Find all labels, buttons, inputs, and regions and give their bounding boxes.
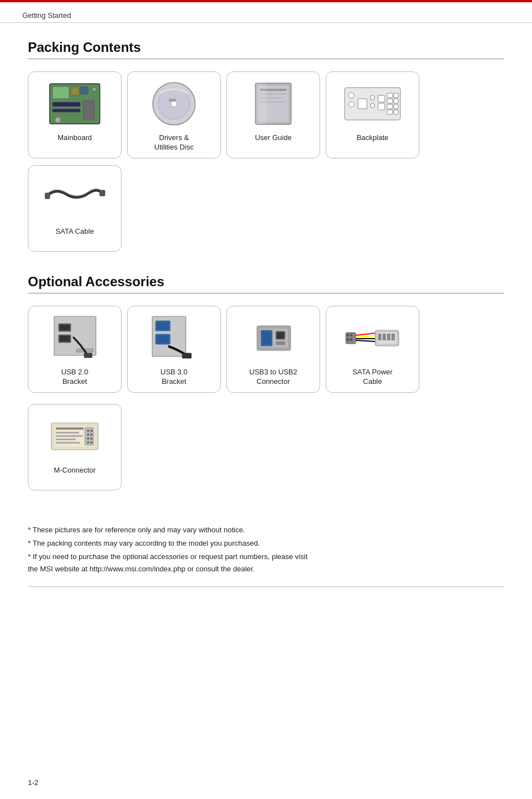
optional-title: Optional Accessories bbox=[28, 274, 504, 290]
page-number: 1-2 bbox=[28, 778, 38, 787]
svg-rect-27 bbox=[378, 95, 385, 102]
svg-point-12 bbox=[172, 102, 176, 106]
svg-point-84 bbox=[87, 434, 89, 436]
notes-area: * These pictures are for reference only … bbox=[28, 524, 504, 575]
usb30-label: USB 3.0Bracket bbox=[161, 368, 187, 387]
svg-rect-30 bbox=[387, 99, 393, 103]
svg-rect-6 bbox=[83, 100, 94, 120]
svg-point-87 bbox=[90, 437, 93, 440]
item-user-guide: User Guide bbox=[226, 71, 320, 158]
svg-rect-73 bbox=[391, 334, 395, 340]
note-1: * These pictures are for reference only … bbox=[28, 524, 504, 536]
backplate-image bbox=[342, 79, 403, 129]
mconnector-image bbox=[44, 411, 105, 461]
optional-section: Optional Accessories bbox=[28, 274, 504, 490]
usb20-image bbox=[44, 313, 105, 363]
svg-point-25 bbox=[370, 95, 375, 100]
svg-rect-43 bbox=[60, 336, 70, 341]
footer-divider bbox=[28, 586, 504, 587]
usb3usb2-image bbox=[243, 313, 304, 363]
optional-divider bbox=[28, 293, 504, 293]
svg-rect-80 bbox=[56, 442, 80, 444]
svg-rect-4 bbox=[52, 102, 80, 107]
svg-point-88 bbox=[87, 441, 89, 444]
satacable-label: SATA Cable bbox=[56, 227, 94, 237]
svg-line-64 bbox=[356, 333, 375, 335]
top-bar bbox=[0, 0, 532, 2]
svg-point-82 bbox=[87, 430, 89, 432]
svg-line-67 bbox=[356, 340, 375, 341]
userguide-label: User Guide bbox=[255, 133, 292, 143]
svg-rect-38 bbox=[100, 190, 105, 196]
svg-rect-29 bbox=[387, 93, 393, 98]
svg-text:MSI: MSI bbox=[169, 98, 176, 102]
packing-divider bbox=[28, 59, 504, 59]
svg-rect-61 bbox=[350, 334, 352, 336]
packing-section: Packing Contents bbox=[28, 40, 504, 252]
satapower-label: SATA PowerCable bbox=[352, 368, 393, 387]
item-mainboard: Mainboard bbox=[28, 71, 122, 158]
svg-rect-50 bbox=[157, 335, 169, 343]
disc-label: Drivers &Utilities Disc bbox=[154, 133, 194, 152]
svg-rect-72 bbox=[387, 334, 390, 340]
mainboard-label: Mainboard bbox=[57, 133, 91, 143]
svg-rect-33 bbox=[394, 93, 398, 98]
note-2: * The packing contents may vary accordin… bbox=[28, 537, 504, 550]
satapower-image bbox=[342, 313, 403, 363]
svg-rect-2 bbox=[70, 86, 79, 95]
svg-rect-5 bbox=[52, 109, 80, 112]
packing-items-grid: Mainboard MSI bbox=[28, 71, 504, 252]
note-3: * If you need to purchase the optional a… bbox=[28, 551, 504, 575]
mconnector-label: M-Connector bbox=[54, 466, 95, 475]
svg-rect-32 bbox=[387, 110, 393, 114]
backplate-label: Backplate bbox=[356, 133, 388, 143]
content-area: Packing Contents bbox=[0, 23, 532, 601]
svg-point-86 bbox=[87, 437, 89, 440]
svg-rect-55 bbox=[262, 331, 271, 345]
svg-point-89 bbox=[90, 441, 93, 444]
svg-rect-3 bbox=[80, 86, 88, 94]
svg-rect-34 bbox=[394, 99, 398, 103]
usb20-label: USB 2.0Bracket bbox=[61, 368, 88, 387]
item-usb20-bracket: USB 2.0Bracket bbox=[28, 306, 122, 393]
svg-rect-31 bbox=[387, 104, 393, 109]
userguide-image bbox=[243, 79, 304, 129]
svg-point-26 bbox=[370, 103, 375, 108]
svg-point-83 bbox=[90, 430, 93, 432]
svg-rect-70 bbox=[378, 334, 381, 340]
svg-rect-62 bbox=[347, 338, 349, 341]
svg-point-23 bbox=[349, 102, 354, 107]
svg-rect-57 bbox=[277, 333, 284, 338]
svg-rect-78 bbox=[56, 435, 83, 437]
svg-rect-45 bbox=[84, 353, 92, 358]
svg-rect-79 bbox=[56, 439, 76, 440]
svg-point-7 bbox=[55, 117, 61, 123]
svg-rect-48 bbox=[157, 322, 169, 330]
item-backplate: Backplate bbox=[326, 71, 419, 158]
svg-rect-28 bbox=[378, 103, 385, 110]
svg-line-65 bbox=[356, 336, 375, 337]
svg-rect-36 bbox=[394, 110, 398, 114]
usb3usb2-label: USB3 to USB2Connector bbox=[249, 368, 297, 387]
svg-point-22 bbox=[349, 93, 354, 98]
svg-rect-24 bbox=[358, 99, 367, 109]
svg-rect-20 bbox=[255, 83, 267, 124]
optional-items-grid: USB 2.0Bracket bbox=[28, 306, 504, 393]
svg-rect-58 bbox=[276, 341, 285, 345]
header-area: Getting Started bbox=[0, 0, 532, 23]
item-usb3-usb2-connector: USB3 to USB2Connector bbox=[226, 306, 320, 393]
packing-title: Packing Contents bbox=[28, 40, 504, 55]
svg-point-8 bbox=[93, 88, 96, 91]
svg-rect-76 bbox=[56, 427, 84, 430]
mainboard-image bbox=[44, 79, 105, 129]
svg-rect-35 bbox=[394, 104, 398, 109]
item-sata-power-cable: SATA PowerCable bbox=[326, 306, 419, 393]
svg-rect-1 bbox=[52, 86, 69, 99]
svg-rect-63 bbox=[350, 338, 352, 341]
page-wrapper: Getting Started Packing Contents bbox=[0, 0, 532, 799]
usb30-image bbox=[143, 313, 205, 363]
svg-rect-77 bbox=[56, 432, 79, 434]
item-m-connector: M-Connector bbox=[28, 404, 122, 490]
svg-rect-60 bbox=[347, 334, 349, 336]
item-usb30-bracket: USB 3.0Bracket bbox=[127, 306, 221, 393]
